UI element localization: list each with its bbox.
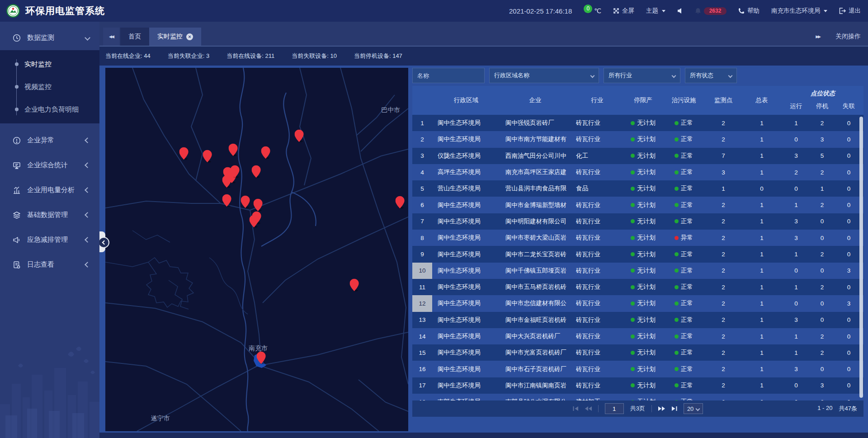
table-row[interactable]: 17 阆中生态环境局 阆中市江南镇阆南页岩 砖瓦行业 无计划 正常 2 1 0 … xyxy=(412,377,863,394)
row-stop-cell: 无计划 xyxy=(624,131,662,147)
map-pin-icon[interactable] xyxy=(179,147,189,162)
facility-status-dot xyxy=(675,334,679,339)
theme-button[interactable]: 主题 xyxy=(646,7,665,15)
fullscreen-button[interactable]: 全屏 xyxy=(613,7,634,15)
row-company-cell: 阆中市光富页岩机砖厂 xyxy=(500,344,571,361)
table-row[interactable]: 5 营山生态环境局 营山县润丰肉食品有限 食品 无计划 正常 1 0 0 1 0 xyxy=(412,180,863,197)
next-page-icon xyxy=(658,406,665,411)
tab-close-icon[interactable]: × xyxy=(186,33,193,40)
facility-status-dot xyxy=(675,351,679,355)
sidebar-item-emergency-reduction[interactable]: 应急减排管理 xyxy=(0,227,99,252)
table-row[interactable]: 11 阆中生态环境局 阆中市五马桥页岩机砖 砖瓦行业 无计划 正常 2 1 1 … xyxy=(412,279,863,295)
sidebar-collapse-button[interactable] xyxy=(98,237,109,248)
row-halt-cell: 5 xyxy=(810,148,834,164)
sidebar-item-basic-data[interactable]: 基础数据管理 xyxy=(0,203,99,227)
row-company-cell: 阆中明阳建材有限公司 xyxy=(500,213,571,230)
table-row[interactable]: 4 高坪生态环境局 南充市高坪区王家店建 砖瓦行业 无计划 正常 3 1 2 2… xyxy=(412,164,863,180)
map-pin-icon[interactable] xyxy=(261,146,271,161)
notifications-button[interactable]: 2632 xyxy=(695,7,726,15)
table-row[interactable]: 14 阆中生态环境局 阆中大兴页岩机砖厂 砖瓦行业 无计划 正常 2 1 1 2… xyxy=(412,328,863,344)
row-meter-cell: 1 xyxy=(741,148,782,164)
map-pin-icon[interactable] xyxy=(228,143,238,158)
logout-button[interactable]: 退出 xyxy=(839,7,861,15)
sidebar-item-enterprise-statistics[interactable]: 企业综合统计 xyxy=(0,153,99,178)
map-pin-icon[interactable] xyxy=(241,195,250,210)
chevron-left-icon xyxy=(85,137,90,143)
row-company-cell: 阆中市枣碧大梁山页岩 xyxy=(500,230,571,246)
table-row[interactable]: 16 阆中生态环境局 阆中市石子页岩机砖厂 砖瓦行业 无计划 正常 2 1 3 … xyxy=(412,361,863,377)
table-row[interactable]: 8 阆中生态环境局 阆中市枣碧大梁山页岩 砖瓦行业 无计划 异常 2 1 3 0… xyxy=(412,230,863,246)
row-stop-cell: 无计划 xyxy=(624,164,662,180)
map-pin-icon[interactable] xyxy=(252,165,261,180)
prev-page-icon xyxy=(585,406,592,411)
row-run-cell: 3 xyxy=(782,312,810,328)
facility-status-label: 正常 xyxy=(681,201,693,209)
map[interactable]: 巴中市南充市遂宁市 xyxy=(105,68,408,431)
sidebar-item-enterprise-anomaly[interactable]: 企业异常 xyxy=(0,128,99,153)
facility-status-label: 正常 xyxy=(681,349,693,357)
sidebar-item-video-monitoring[interactable]: 视频监控 xyxy=(0,75,99,98)
table-row[interactable]: 1 阆中生态环境局 阆中强锐页岩砖厂 砖瓦行业 无计划 正常 2 1 1 2 0 xyxy=(412,115,863,131)
prev-page-button[interactable] xyxy=(585,406,592,411)
row-industry-cell: 砖瓦行业 xyxy=(571,213,624,230)
table-scrollbar[interactable] xyxy=(859,117,863,398)
map-pin-icon[interactable] xyxy=(349,278,359,293)
map-pin-icon[interactable] xyxy=(294,130,304,145)
sidebar-item-data-monitoring[interactable]: 数据监测 xyxy=(0,25,99,50)
last-page-button[interactable] xyxy=(671,406,677,411)
bottom-strip xyxy=(99,433,868,438)
page-size-select[interactable]: 20 xyxy=(684,403,703,414)
org-dropdown[interactable]: 南充市生态环境局 xyxy=(771,7,827,15)
tab-scroll-right-button[interactable]: ▶▶ xyxy=(816,34,820,39)
map-pin-icon[interactable] xyxy=(257,351,266,366)
sidebar-item-power-load-detail[interactable]: 企业电力负荷明细 xyxy=(0,98,99,121)
table-row[interactable]: 10 阆中生态环境局 阆中千佛镇五郎垭页岩 砖瓦行业 无计划 正常 2 1 0 … xyxy=(412,263,863,279)
status-select[interactable]: 所有状态 xyxy=(685,68,737,83)
next-page-button[interactable] xyxy=(658,406,665,411)
sidebar-item-label: 应急减排管理 xyxy=(27,235,68,244)
map-pin-icon[interactable] xyxy=(230,165,240,180)
first-page-button[interactable] xyxy=(573,406,579,411)
row-run-cell: 0 xyxy=(782,295,810,311)
map-pin-icon[interactable] xyxy=(203,150,212,165)
stop-status-label: 无计划 xyxy=(637,365,656,373)
stat-lost-devices: 当前失联设备: 10 xyxy=(292,52,337,60)
tab-scroll-left-button[interactable]: ◀◀ xyxy=(103,28,119,46)
page-input[interactable]: 1 xyxy=(605,403,624,414)
chevron-left-icon xyxy=(85,162,90,168)
sidebar-item-realtime-monitoring[interactable]: 实时监控 xyxy=(0,53,99,75)
app-title: 环保用电监管系统 xyxy=(25,5,105,17)
row-halt-cell: 2 xyxy=(810,246,834,262)
row-index-cell: 8 xyxy=(412,230,432,246)
table-row[interactable]: 3 仪陇生态环境局 西南油气田分公司川中 化工 无计划 正常 7 1 3 5 0 xyxy=(412,148,863,164)
tab-realtime-monitoring[interactable]: 实时监控 × xyxy=(149,28,201,46)
sound-button[interactable] xyxy=(677,8,683,14)
col-group-title: 点位状态 xyxy=(782,88,863,99)
table-row[interactable]: 6 阆中生态环境局 阆中市金博瑞新型墙材 砖瓦行业 无计划 正常 2 1 1 2… xyxy=(412,197,863,213)
map-pin-icon[interactable] xyxy=(395,196,405,211)
table-row[interactable]: 15 阆中生态环境局 阆中市光富页岩机砖厂 砖瓦行业 无计划 正常 2 1 1 … xyxy=(412,344,863,361)
name-search-input[interactable] xyxy=(412,68,485,83)
stat-value: 147 xyxy=(392,52,402,59)
help-button[interactable]: 帮助 xyxy=(738,7,760,15)
tab-home[interactable]: 首页 xyxy=(120,28,149,46)
table-row[interactable]: 7 阆中生态环境局 阆中明阳建材有限公司 砖瓦行业 无计划 正常 2 1 3 0… xyxy=(412,213,863,230)
row-district-cell: 营山生态环境局 xyxy=(432,180,500,197)
region-select[interactable]: 行政区域名称 xyxy=(489,68,599,83)
table-row[interactable]: 13 阆中生态环境局 阆中市金福旺页岩机砖 砖瓦行业 无计划 正常 2 1 3 … xyxy=(412,312,863,328)
map-pin-icon[interactable] xyxy=(249,215,259,230)
map-pin-icon[interactable] xyxy=(222,194,231,209)
row-index-cell: 6 xyxy=(412,197,432,213)
row-meter-cell: 1 xyxy=(741,230,782,246)
close-operations-button[interactable]: 关闭操作 xyxy=(835,33,861,41)
table-row[interactable]: 18 南部生态环境局 南部县砂化水泥有限公 建材加工 无计划 正常 6 0 0 … xyxy=(412,394,863,400)
row-index-cell: 11 xyxy=(412,279,432,295)
sidebar-item-electricity-analysis[interactable]: 企业用电量分析 xyxy=(0,178,99,203)
table-row[interactable]: 2 阆中生态环境局 阆中市南方节能建材有 砖瓦行业 无计划 正常 2 1 0 3… xyxy=(412,131,863,147)
bell-icon xyxy=(695,8,701,14)
sidebar-item-log-view[interactable]: 日志查看 xyxy=(0,252,99,277)
table-row[interactable]: 9 阆中生态环境局 阆中市二龙长宝页岩砖 砖瓦行业 无计划 正常 2 1 1 2… xyxy=(412,246,863,262)
industry-select[interactable]: 所有行业 xyxy=(604,68,680,83)
table-row[interactable]: 12 阆中生态环境局 阆中市忠信建材有限公 砖瓦行业 无计划 正常 2 1 0 … xyxy=(412,295,863,311)
map-pin-icon[interactable] xyxy=(222,175,231,190)
